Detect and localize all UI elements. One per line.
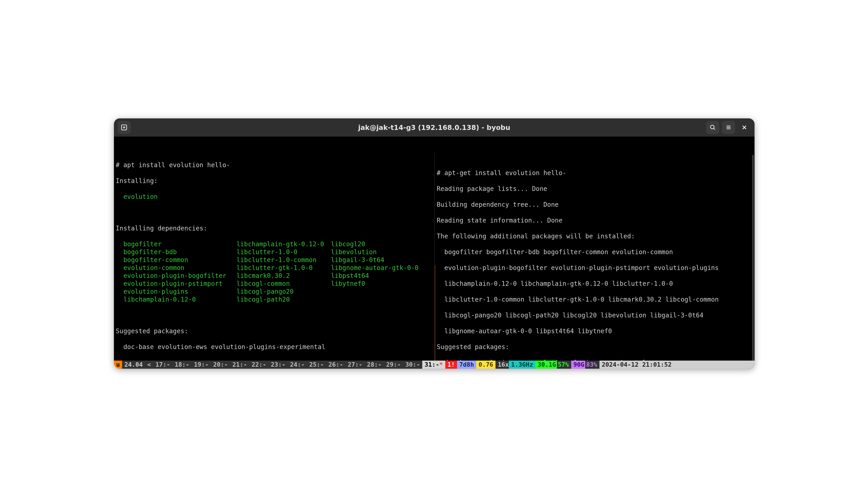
window-title: jak@jak-t14-g3 (192.168.0.138) - byobu <box>114 124 754 131</box>
menu-button[interactable] <box>722 121 735 134</box>
terminal-body[interactable]: # apt install evolution hello- Installin… <box>114 137 754 369</box>
pkg: evolution-plugins <box>116 288 229 295</box>
label: Installing dependencies: <box>116 224 433 232</box>
close-button[interactable] <box>738 121 751 134</box>
window-tab[interactable]: 25:- <box>307 361 326 369</box>
pkg: evolution-common <box>116 264 229 272</box>
pkg: libgnome-autoar-gtk-0-0 <box>323 264 433 272</box>
text: libclutter-1.0-common libclutter-gtk-1.0… <box>437 295 753 303</box>
text: The following additional packages will b… <box>437 232 753 240</box>
pkg: libchamplain-gtk-0.12-0 <box>229 240 323 248</box>
svg-point-3 <box>710 125 714 129</box>
pkg: libevolution <box>323 248 433 256</box>
pkg: libgail-3-0t64 <box>323 256 433 264</box>
pkg: bogofilter-bdb <box>116 248 229 256</box>
pkg: libcogl20 <box>323 240 433 248</box>
pkg: libcogl-pango20 <box>229 288 323 295</box>
pkg <box>323 295 433 303</box>
text: evolution-plugin-bogofilter evolution-pl… <box>437 264 753 272</box>
hamburger-icon <box>725 124 732 131</box>
clock: 2024-04-12 21:01:52 <box>599 361 674 369</box>
window-tab[interactable]: 29:- <box>384 361 403 369</box>
pkg: libcogl-common <box>229 280 323 288</box>
cpu-cores: 16x <box>495 361 509 369</box>
window-tab[interactable]: 17:- <box>153 361 173 369</box>
pkg: libcmark0.30.2 <box>229 272 323 280</box>
distro-badge: u <box>114 361 122 369</box>
search-icon <box>709 124 716 131</box>
scrollbar-thumb[interactable] <box>752 155 754 361</box>
alerts-badge: 1! <box>445 361 457 369</box>
window-tab[interactable]: 28:- <box>365 361 384 369</box>
text: libcogl-pango20 libcogl-path20 libcogl20… <box>437 311 753 319</box>
search-button[interactable] <box>706 121 719 134</box>
close-icon <box>741 124 748 131</box>
pkg: libcogl-path20 <box>229 295 323 303</box>
cmd-line: # apt install evolution hello- <box>116 161 433 169</box>
os-version: 24.04 <box>122 361 145 369</box>
uptime: 7d8h <box>457 361 476 369</box>
window-tab-active[interactable]: 31:-* <box>422 361 445 369</box>
pane-left[interactable]: # apt install evolution hello- Installin… <box>114 153 435 369</box>
cmd-line: # apt-get install evolution hello- <box>437 169 753 177</box>
label: Installing: <box>116 177 433 185</box>
text: bogofilter bogofilter-bdb bogofilter-com… <box>437 248 753 256</box>
text: libchamplain-0.12-0 libchamplain-gtk-0.1… <box>437 280 753 288</box>
window-tab[interactable]: 26:- <box>326 361 345 369</box>
memory-usage: 90G83% <box>571 361 600 369</box>
text: Suggested packages: <box>437 343 753 351</box>
terminal-window: jak@jak-t14-g3 (192.168.0.138) - byobu #… <box>114 119 754 369</box>
cpu-freq: 1.3GHz <box>509 361 535 369</box>
text: Reading state information... Done <box>437 217 753 224</box>
window-tab[interactable]: 18:- <box>173 361 192 369</box>
pkg: libclutter-1.0-common <box>229 256 323 264</box>
window-tab[interactable]: 23:- <box>269 361 288 369</box>
window-tab[interactable]: 24:- <box>288 361 307 369</box>
pkg: libclutter-gtk-1.0-0 <box>229 264 323 272</box>
pkg: evolution <box>116 193 433 201</box>
pkg: libchamplain-0.12-0 <box>116 295 229 303</box>
window-tab[interactable]: 22:- <box>249 361 269 369</box>
load-avg: 0.76 <box>476 361 495 369</box>
label: Suggested packages: <box>116 327 433 335</box>
window-tab[interactable]: 27:- <box>345 361 365 369</box>
deps-grid: bogofilterlibchamplain-gtk-0.12-0libcogl… <box>116 240 433 303</box>
pkg: evolution-plugin-bogofilter <box>116 272 229 280</box>
text: Reading package lists... Done <box>437 185 753 193</box>
pkg: bogofilter-common <box>116 256 229 264</box>
text: libgnome-autoar-gtk-0-0 libpst4t64 libyt… <box>437 327 753 335</box>
new-tab-button[interactable] <box>118 121 131 134</box>
text: Building dependency tree... Done <box>437 201 753 208</box>
svg-line-4 <box>714 128 715 130</box>
window-tab[interactable]: 19:- <box>192 361 211 369</box>
window-tab[interactable]: 21:- <box>230 361 249 369</box>
pkg: libclutter-1.0-0 <box>229 248 323 256</box>
disk-usage: 30.1G57% <box>535 361 571 369</box>
scrollbar[interactable] <box>752 155 754 361</box>
pkg: bogofilter <box>116 240 229 248</box>
pkg: libpst4t64 <box>323 272 433 280</box>
window-tab[interactable]: 20:- <box>211 361 230 369</box>
pkg <box>323 288 433 295</box>
byobu-statusbar: u 24.04 < 17:- 18:- 19:- 20:- 21:- 22:- … <box>114 361 754 369</box>
pkg: evolution-plugin-pstimport <box>116 280 229 288</box>
window-tab[interactable]: 30:- <box>403 361 422 369</box>
pane-right[interactable]: # apt-get install evolution hello- Readi… <box>435 153 754 369</box>
titlebar: jak@jak-t14-g3 (192.168.0.138) - byobu <box>114 119 754 137</box>
text: doc-base evolution-ews evolution-plugins… <box>116 343 433 351</box>
windows-scroll-left[interactable]: < <box>145 361 153 369</box>
pkg: libytnef0 <box>323 280 433 288</box>
